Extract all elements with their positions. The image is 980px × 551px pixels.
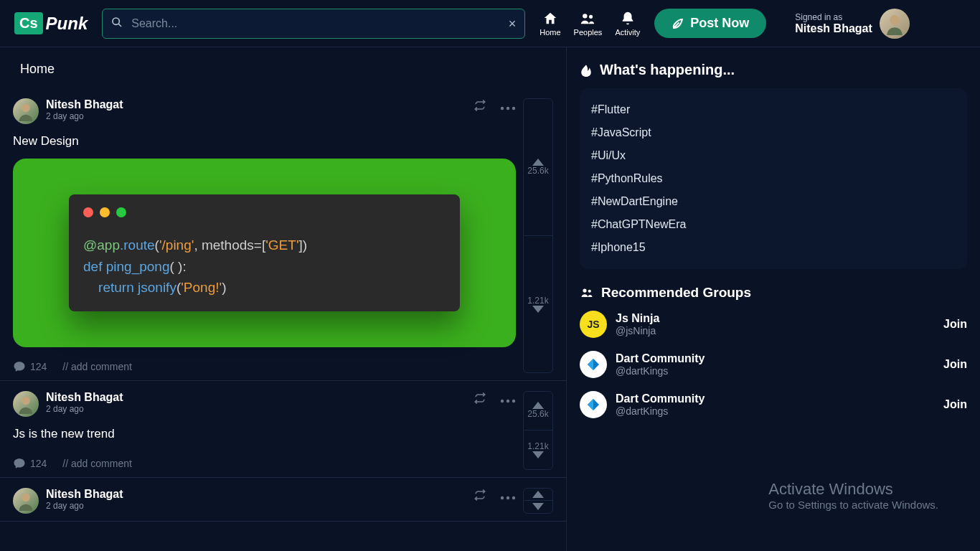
- trending-tag[interactable]: #Flutter: [591, 98, 956, 121]
- more-icon[interactable]: [500, 393, 516, 406]
- group-item: Dart Community @dartKings Join: [580, 351, 967, 378]
- group-item: JS Js Ninja @jsNinja Join: [580, 311, 967, 338]
- join-button[interactable]: Join: [943, 358, 967, 371]
- group-item: Dart Community @dartKings Join: [580, 391, 967, 418]
- comment-count[interactable]: 124: [13, 457, 47, 470]
- group-handle: @dartKings: [616, 365, 705, 377]
- add-comment-link[interactable]: // add comment: [62, 458, 132, 469]
- nav-peoples-label: Peoples: [574, 28, 603, 37]
- svg-point-3: [590, 14, 593, 18]
- vote-box: 25.6k 1.21k: [523, 98, 553, 373]
- downvote-button[interactable]: 1.21k: [524, 430, 552, 469]
- svg-point-16: [507, 496, 509, 499]
- upvote-button[interactable]: 25.6k: [524, 392, 552, 431]
- more-icon[interactable]: [500, 490, 516, 503]
- trending-tag[interactable]: #Iphone15: [591, 236, 956, 259]
- flame-icon: [580, 63, 593, 77]
- svg-point-7: [501, 107, 504, 110]
- svg-point-17: [512, 496, 515, 499]
- group-name[interactable]: Dart Community: [616, 352, 705, 365]
- people-icon: [580, 286, 594, 299]
- code-window: @app.route('/ping', methods=['GET']) def…: [69, 194, 460, 311]
- post-text: Js is the new trend: [13, 427, 516, 441]
- group-avatar: JS: [580, 311, 607, 338]
- svg-point-8: [507, 107, 509, 110]
- group-avatar: [580, 391, 607, 418]
- sidebar: What's happening... #Flutter#JavaScript#…: [567, 47, 980, 551]
- svg-point-14: [22, 493, 30, 501]
- post-text: New Design: [13, 134, 516, 149]
- join-button[interactable]: Join: [943, 398, 967, 411]
- trending-tag[interactable]: #JavaScript: [591, 121, 956, 144]
- svg-point-13: [512, 399, 515, 402]
- post-author[interactable]: Nitesh Bhagat: [46, 98, 123, 111]
- vote-box: [523, 488, 553, 514]
- topbar: Cs Punk × Home Peoples Activity Post Now…: [0, 0, 980, 47]
- post-avatar[interactable]: [13, 391, 39, 417]
- search-input[interactable]: [102, 9, 525, 39]
- group-handle: @jsNinja: [616, 325, 659, 336]
- svg-point-6: [22, 104, 30, 113]
- nav-icons: Home Peoples Activity: [540, 11, 640, 37]
- svg-point-12: [507, 399, 509, 402]
- trending-tag[interactable]: #PythonRules: [591, 167, 956, 190]
- svg-point-18: [583, 288, 586, 292]
- group-name[interactable]: Dart Community: [616, 392, 705, 405]
- post-now-button[interactable]: Post Now: [654, 9, 766, 38]
- downvote-button[interactable]: [524, 501, 552, 513]
- repost-icon[interactable]: [473, 391, 487, 408]
- clear-icon[interactable]: ×: [509, 16, 517, 31]
- trending-tag[interactable]: #Ui/Ux: [591, 144, 956, 167]
- repost-icon[interactable]: [473, 98, 487, 116]
- current-user-name: Nitesh Bhagat: [795, 22, 872, 35]
- post-author[interactable]: Nitesh Bhagat: [46, 488, 123, 501]
- nav-peoples[interactable]: Peoples: [574, 11, 603, 37]
- code-card: @app.route('/ping', methods=['GET']) def…: [13, 159, 516, 347]
- post-footer: 124 // add comment: [13, 354, 516, 373]
- more-icon[interactable]: [500, 100, 516, 113]
- repost-icon[interactable]: [473, 488, 487, 505]
- upvote-button[interactable]: 25.6k: [524, 99, 552, 236]
- logo[interactable]: Cs Punk: [14, 12, 88, 34]
- post-time: 2 day ago: [46, 501, 123, 511]
- join-button[interactable]: Join: [943, 318, 967, 331]
- group-avatar: [580, 351, 607, 378]
- post: Nitesh Bhagat 2 day ago: [0, 478, 566, 522]
- downvote-button[interactable]: 1.21k: [524, 236, 552, 372]
- groups-header: Recommended Groups: [580, 285, 967, 301]
- post-avatar[interactable]: [13, 488, 39, 514]
- post-avatar[interactable]: [13, 98, 39, 124]
- comment-count[interactable]: 124: [13, 360, 47, 373]
- trending-tag[interactable]: #NewDartEngine: [591, 190, 956, 213]
- nav-home-label: Home: [540, 28, 560, 37]
- post-now-label: Post Now: [690, 16, 749, 31]
- add-comment-link[interactable]: // add comment: [62, 361, 132, 372]
- svg-point-19: [588, 290, 591, 293]
- svg-point-2: [583, 14, 588, 18]
- vote-box: 25.6k 1.21k: [523, 391, 553, 470]
- nav-activity-label: Activity: [615, 28, 640, 37]
- logo-badge: Cs: [14, 12, 43, 34]
- logo-text: Punk: [46, 14, 88, 34]
- nav-activity[interactable]: Activity: [615, 11, 640, 37]
- group-handle: @dartKings: [616, 405, 705, 417]
- feed-title: Home: [0, 47, 566, 88]
- signed-in-as-label: Signed in as: [795, 12, 872, 22]
- group-name[interactable]: Js Ninja: [616, 312, 659, 325]
- svg-point-0: [113, 18, 119, 24]
- nav-home[interactable]: Home: [540, 11, 560, 37]
- search-icon: [111, 17, 123, 31]
- user-block[interactable]: Signed in as Nitesh Bhagat: [795, 9, 910, 39]
- post-time: 2 day ago: [46, 111, 123, 121]
- svg-point-15: [501, 496, 504, 499]
- avatar[interactable]: [880, 9, 910, 39]
- svg-point-9: [512, 107, 515, 110]
- svg-point-11: [501, 399, 504, 402]
- trending-tag[interactable]: #ChatGPTNewEra: [591, 213, 956, 236]
- windows-watermark: Activate Windows Go to Settings to activ…: [768, 480, 938, 511]
- svg-point-5: [890, 15, 899, 24]
- feed: Home Nitesh Bhagat 2 day ago New Design …: [0, 47, 567, 551]
- post: Nitesh Bhagat 2 day ago New Design @app.…: [0, 88, 566, 381]
- upvote-button[interactable]: [524, 489, 552, 501]
- post-author[interactable]: Nitesh Bhagat: [46, 391, 123, 404]
